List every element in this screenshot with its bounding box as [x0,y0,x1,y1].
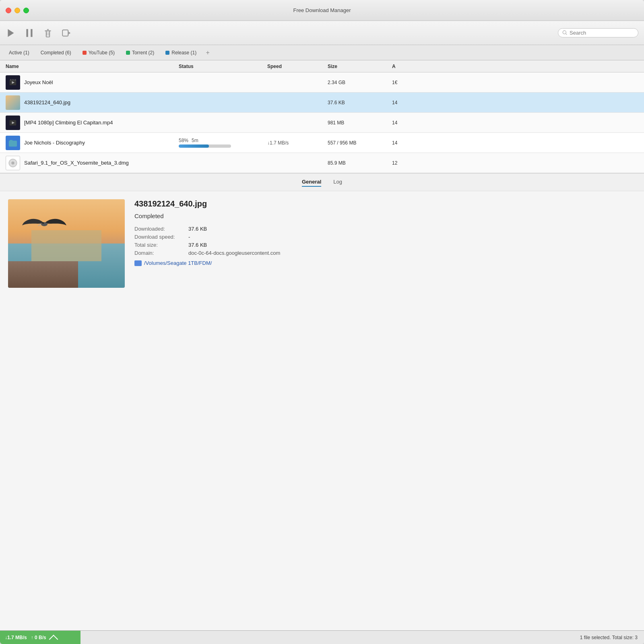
svg-rect-15 [15,79,16,80]
image-canvas [8,199,125,288]
added-cell-1: 1€ [392,80,397,85]
table-body: Joyeux Noël 2.34 GB 1€ 438192124_640.jpg… [0,72,644,173]
svg-point-22 [42,222,44,224]
file-icon-dmg [6,156,20,170]
file-name-3: [MP4 1080p] Climbing El Capitan.mp4 [24,120,179,126]
added-cell-2: 14 [392,100,397,105]
move-button[interactable] [61,28,72,38]
tab-active-label: Active (1) [9,50,29,56]
svg-rect-12 [10,79,11,80]
forward-icon [61,28,72,38]
name-cell-2: 438192124_640.jpg [6,95,179,110]
detail-meta: Downloaded: 37.6 KB Download speed: - To… [134,226,636,256]
header-name: Name [6,64,179,69]
detail-content: 438192124_640.jpg Completed Downloaded: … [0,191,644,630]
domain-value: doc-0c-64-docs.googleusercontent.com [188,250,636,256]
tab-youtube-label: YouTube (5) [89,50,115,56]
tab-torrent[interactable]: Torrent (2) [121,47,159,58]
status-speed: ↓1.7 MB/s ↑ 0 B/s [0,631,80,644]
size-cell-3: 981 MB [328,120,392,126]
svg-rect-8 [62,30,68,36]
film-icon-2 [9,119,17,127]
file-icon-torrent [6,136,20,150]
add-tab-button[interactable]: + [203,48,213,58]
size-cell-5: 85.9 MB [328,160,392,166]
svg-rect-14 [14,79,14,80]
svg-rect-1 [26,29,28,37]
downloaded-value: 37.6 KB [188,226,636,232]
toolbar [0,21,644,45]
table-row[interactable]: Joe Nichols - Discography 58% 5m ↓1.7 MB… [0,133,644,153]
bird-svg [20,207,68,239]
search-icon [562,30,568,35]
search-input[interactable] [570,30,630,36]
search-box[interactable] [558,28,638,37]
pause-icon [24,28,35,38]
name-cell-1: Joyeux Noël [6,75,179,90]
svg-point-9 [563,31,566,34]
tab-active[interactable]: Active (1) [4,47,34,58]
table-row[interactable]: Joyeux Noël 2.34 GB 1€ [0,72,644,93]
svg-rect-13 [12,79,13,80]
svg-rect-3 [46,31,50,37]
header-size: Size [328,64,392,69]
start-button[interactable] [6,28,16,38]
detail-filename: 438192124_640.jpg [134,199,636,208]
name-cell-4: Joe Nichols - Discography [6,136,179,150]
progress-info: 58% 5m [179,138,267,143]
size-cell-4: 557 / 956 MB [328,140,392,146]
close-button[interactable] [6,8,11,13]
name-cell-5: Safari_9.1_for_OS_X_Yosemite_beta_3.dmg [6,156,179,170]
svg-point-20 [12,162,14,164]
progress-percent: 58% [179,138,188,143]
header-speed: Speed [267,64,328,69]
file-name-1: Joyeux Noël [24,79,179,85]
app-title: Free Download Manager [293,7,351,13]
tab-torrent-label: Torrent (2) [132,50,154,56]
ground-layer [8,261,78,288]
name-cell-3: [MP4 1080p] Climbing El Capitan.mp4 [6,116,179,130]
progress-time: 5m [192,138,198,143]
folder-link[interactable]: /Volumes/Seagate 1TB/FDM/ [134,260,636,266]
speed-label: Download speed: [134,234,187,240]
file-icon-video [6,75,20,90]
folder-icon [134,260,142,266]
film-icon [9,78,17,87]
youtube-dot [83,51,87,55]
detail-preview-image [8,199,125,288]
app-window: Free Download Manager [0,0,644,644]
detail-panel: General Log [0,173,644,630]
table-row[interactable]: Safari_9.1_for_OS_X_Yosemite_beta_3.dmg … [0,153,644,173]
table-header: Name Status Speed Size A [0,60,644,72]
selection-info: 1 file selected. Total size: 3 [580,635,638,640]
progress-wrap: 58% 5m [179,138,267,148]
total-value: 37.6 KB [188,242,636,248]
progress-bar-background [179,144,231,148]
total-label: Total size: [134,242,187,248]
tab-youtube[interactable]: YouTube (5) [78,47,120,58]
folder-path: /Volumes/Seagate 1TB/FDM/ [144,260,212,266]
maximize-button[interactable] [23,8,29,13]
minimize-button[interactable] [14,8,20,13]
window-controls [6,8,29,13]
chevron-up-icon[interactable] [49,634,58,644]
table-row[interactable]: [MP4 1080p] Climbing El Capitan.mp4 981 … [0,113,644,133]
header-status: Status [179,64,267,69]
tab-completed[interactable]: Completed (6) [36,47,76,58]
tab-completed-label: Completed (6) [41,50,71,56]
domain-label: Domain: [134,250,187,256]
file-icon-jpg [6,95,20,110]
svg-marker-0 [8,29,14,37]
table-row[interactable]: 438192124_640.jpg 37.6 KB 14 [0,93,644,113]
detail-status: Completed [134,213,636,219]
title-bar: Free Download Manager [0,0,644,21]
added-cell-3: 14 [392,120,397,126]
tab-release[interactable]: Release (1) [161,47,201,58]
detail-tab-log[interactable]: Log [333,178,342,187]
detail-tab-general[interactable]: General [302,178,321,187]
file-name-2: 438192124_640.jpg [24,99,179,105]
tabs-bar: Active (1) Completed (6) YouTube (5) Tor… [0,45,644,60]
delete-button[interactable] [43,28,53,38]
status-bar: ↓1.7 MB/s ↑ 0 B/s 1 file selected. Total… [0,630,644,644]
pause-button[interactable] [24,28,35,38]
